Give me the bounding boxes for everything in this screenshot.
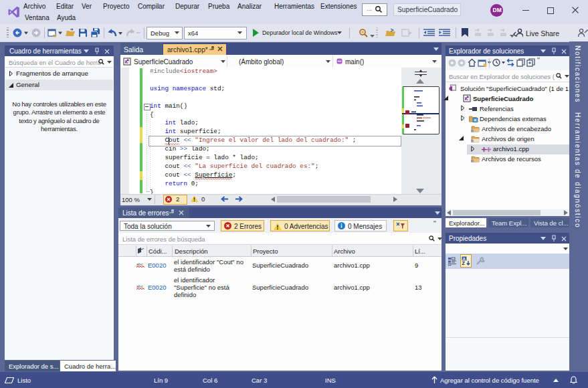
svg-text:abc: abc bbox=[136, 262, 143, 266]
svg-text:A: A bbox=[463, 257, 466, 261]
svg-text:abc: abc bbox=[136, 284, 143, 288]
svg-text:Z: Z bbox=[462, 261, 466, 266]
